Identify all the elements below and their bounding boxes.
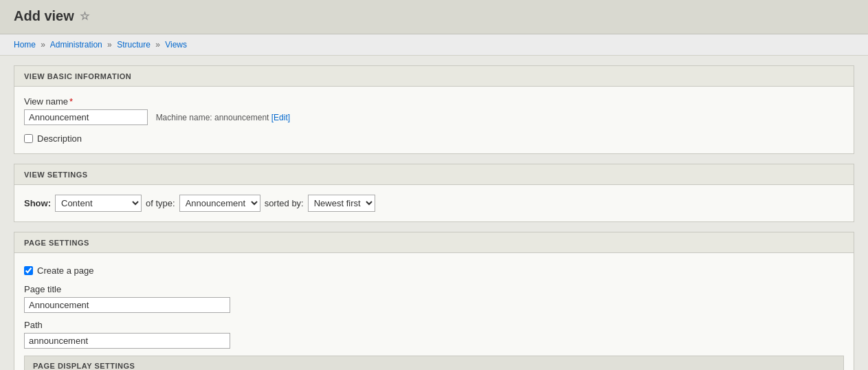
machine-name-text: Machine name: announcement [Edit] xyxy=(156,113,290,122)
breadcrumb-views[interactable]: Views xyxy=(165,40,187,50)
create-page-row: Create a page xyxy=(24,265,844,276)
view-settings-body: Show: Content Comments Files Taxonomy te… xyxy=(14,185,854,221)
page-header: Add view ☆ xyxy=(0,0,868,34)
page-title-input[interactable] xyxy=(24,297,230,313)
breadcrumb-sep-3: » xyxy=(155,40,160,50)
of-type-label: of type: xyxy=(146,198,175,208)
breadcrumb-sep-1: » xyxy=(41,40,45,50)
create-page-label[interactable]: Create a page xyxy=(37,265,93,276)
view-name-row: View name* Machine name: announcement [E… xyxy=(24,96,844,125)
path-row: Path xyxy=(24,320,844,349)
path-label: Path xyxy=(24,320,844,330)
description-checkbox[interactable] xyxy=(24,134,33,143)
show-label: Show: xyxy=(24,198,51,208)
required-star: * xyxy=(69,96,73,107)
view-settings-panel: VIEW SETTINGS Show: Content Comments Fil… xyxy=(14,164,854,222)
breadcrumb-home[interactable]: Home xyxy=(14,40,36,50)
description-label[interactable]: Description xyxy=(37,133,82,144)
of-type-select[interactable]: Announcement All Article Basic page xyxy=(179,195,260,212)
star-icon[interactable]: ☆ xyxy=(80,10,89,23)
main-content: VIEW BASIC INFORMATION View name* Machin… xyxy=(0,56,868,370)
page-title-text: Add view xyxy=(14,8,74,24)
view-settings-header: VIEW SETTINGS xyxy=(14,164,854,185)
view-name-label: View name* xyxy=(24,96,844,107)
breadcrumb: Home » Administration » Structure » View… xyxy=(0,34,868,56)
show-select[interactable]: Content Comments Files Taxonomy terms Us… xyxy=(55,195,142,212)
view-settings-row: Show: Content Comments Files Taxonomy te… xyxy=(24,195,844,212)
breadcrumb-sep-2: » xyxy=(107,40,112,50)
path-input[interactable] xyxy=(24,333,230,349)
create-page-checkbox[interactable] xyxy=(24,266,33,275)
page-settings-header: PAGE SETTINGS xyxy=(14,232,854,253)
breadcrumb-structure[interactable]: Structure xyxy=(117,40,151,50)
view-basic-info-header: VIEW BASIC INFORMATION xyxy=(14,66,854,87)
page-settings-title: PAGE SETTINGS xyxy=(24,239,89,247)
breadcrumb-administration[interactable]: Administration xyxy=(50,40,102,50)
sorted-by-label: sorted by: xyxy=(265,198,304,208)
page-settings-panel: PAGE SETTINGS Create a page Page title P… xyxy=(14,232,854,370)
page-display-settings-title: PAGE DISPLAY SETTINGS xyxy=(33,362,135,370)
view-basic-info-panel: VIEW BASIC INFORMATION View name* Machin… xyxy=(14,65,854,154)
page-title: Add view ☆ xyxy=(14,8,854,24)
view-basic-info-body: View name* Machine name: announcement [E… xyxy=(14,87,854,153)
page-title-row: Page title xyxy=(24,284,844,313)
view-basic-info-title: VIEW BASIC INFORMATION xyxy=(24,72,131,80)
view-settings-title: VIEW SETTINGS xyxy=(24,171,88,179)
page-settings-body: Create a page Page title Path PAGE DISPL… xyxy=(14,253,854,370)
view-name-input[interactable] xyxy=(24,109,148,125)
sorted-by-select[interactable]: Newest first Oldest first Title Author xyxy=(308,195,375,212)
page-display-settings-panel: PAGE DISPLAY SETTINGS Display format: Un… xyxy=(24,356,844,370)
page-title-label: Page title xyxy=(24,284,844,294)
description-row: Description xyxy=(24,133,844,144)
page-display-settings-header: PAGE DISPLAY SETTINGS xyxy=(25,356,843,370)
machine-name-edit-link[interactable]: [Edit] xyxy=(271,113,290,122)
